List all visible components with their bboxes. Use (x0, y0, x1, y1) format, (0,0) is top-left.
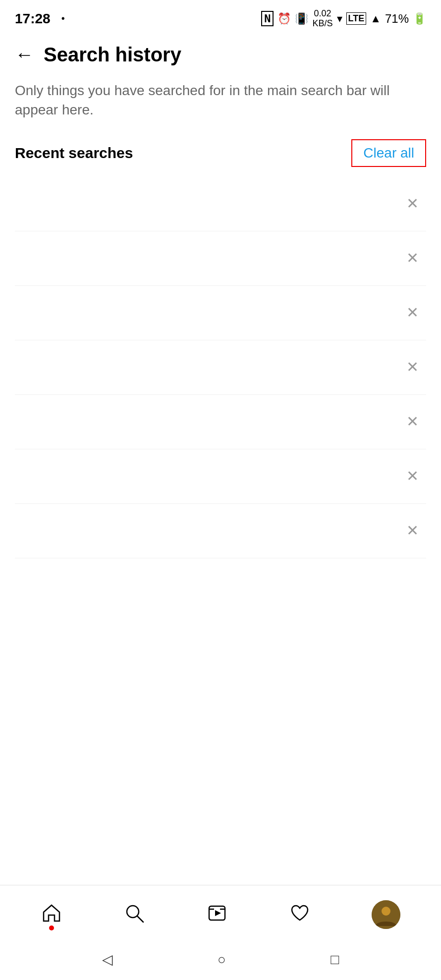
page-title: Search history (44, 44, 181, 66)
lte-icon: LTE (346, 12, 367, 25)
wifi-icon: ▾ (337, 12, 342, 25)
page-header: ← Search history (0, 34, 441, 71)
search-item: ✕ (15, 286, 426, 340)
data-speed: 0.02KB/S (312, 9, 332, 29)
vibrate-icon: 📳 (295, 12, 308, 25)
nav-item-search[interactable] (123, 902, 145, 927)
search-icon (123, 902, 145, 927)
status-bar: 17:28 • N ⏰ 📳 0.02KB/S ▾ LTE ▲ 71% 🔋 (0, 0, 441, 34)
status-dot: • (61, 13, 65, 24)
search-item: ✕ (15, 504, 426, 558)
remove-item-button[interactable]: ✕ (399, 191, 426, 216)
remove-item-button[interactable]: ✕ (399, 300, 426, 325)
battery-percentage: 71% (385, 12, 409, 26)
status-icons: N ⏰ 📳 0.02KB/S ▾ LTE ▲ 71% 🔋 (261, 9, 426, 29)
svg-point-7 (382, 907, 390, 916)
remove-item-button[interactable]: ✕ (399, 409, 426, 434)
back-button[interactable]: ← (15, 45, 34, 64)
home-icon (41, 902, 62, 927)
profile-avatar (372, 900, 400, 929)
remove-item-button[interactable]: ✕ (399, 518, 426, 543)
battery-icon: 🔋 (413, 12, 426, 25)
sys-recent-button[interactable]: □ (331, 952, 339, 968)
remove-item-button[interactable]: ✕ (399, 246, 426, 271)
search-item: ✕ (15, 231, 426, 286)
heart-icon (289, 902, 311, 927)
nav-item-profile[interactable] (372, 900, 400, 929)
nav-item-likes[interactable] (289, 902, 311, 927)
home-active-dot (49, 926, 54, 930)
recent-searches-label: Recent searches (15, 145, 133, 162)
system-nav: ◁ ○ □ (0, 944, 441, 980)
sys-back-button[interactable]: ◁ (102, 951, 113, 968)
search-item: ✕ (15, 177, 426, 231)
alarm-icon: ⏰ (277, 12, 291, 25)
search-item: ✕ (15, 340, 426, 395)
nav-item-shorts[interactable] (206, 902, 228, 927)
remove-item-button[interactable]: ✕ (399, 464, 426, 489)
search-items-list: ✕ ✕ ✕ ✕ ✕ ✕ ✕ (0, 177, 441, 885)
sys-home-button[interactable]: ○ (218, 952, 226, 968)
nfc-icon: N (261, 11, 274, 26)
search-item: ✕ (15, 395, 426, 449)
signal-icon: ▲ (370, 12, 381, 25)
status-time: 17:28 (15, 11, 51, 27)
description-text: Only things you have searched for in the… (0, 71, 441, 124)
recent-section-header: Recent searches Clear all (0, 124, 441, 177)
nav-item-home[interactable] (41, 902, 62, 927)
svg-line-1 (137, 916, 143, 922)
clear-all-button[interactable]: Clear all (351, 139, 426, 167)
nav-items (0, 895, 441, 939)
shorts-icon (206, 902, 228, 927)
search-item: ✕ (15, 449, 426, 504)
remove-item-button[interactable]: ✕ (399, 355, 426, 380)
bottom-nav (0, 885, 441, 944)
svg-marker-3 (215, 910, 221, 916)
